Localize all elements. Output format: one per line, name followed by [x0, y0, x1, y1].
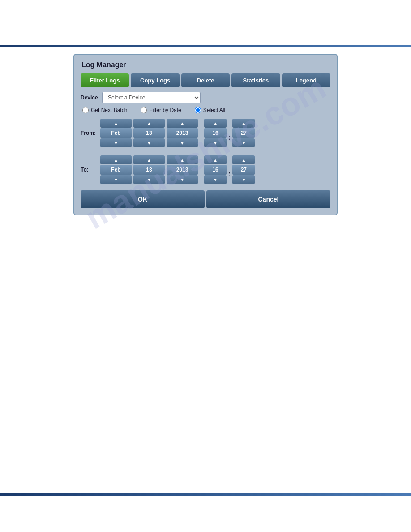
- from-colon: :: [228, 133, 231, 142]
- to-day-spinbox: ▲ 13 ▼: [133, 155, 165, 184]
- from-year-down-button[interactable]: ▼: [167, 138, 198, 147]
- to-hour-value: 16: [204, 165, 227, 175]
- to-hour-down-button[interactable]: ▼: [204, 175, 227, 184]
- legend-button[interactable]: Legend: [282, 73, 330, 87]
- delete-button[interactable]: Delete: [181, 73, 230, 87]
- radio-row: Get Next Batch Filter by Date Select All: [81, 107, 330, 113]
- to-colon: :: [228, 170, 231, 178]
- from-row: From: ▲ Feb ▼ ▲ 13 ▼: [81, 119, 330, 147]
- from-section: From: ▲ Feb ▼ ▲ 13 ▼: [81, 119, 330, 147]
- to-minute-value: 27: [232, 165, 255, 175]
- statistics-button[interactable]: Statistics: [231, 73, 280, 87]
- from-hour-up-button[interactable]: ▲: [204, 119, 227, 128]
- device-row: Device Select a Device: [81, 92, 330, 103]
- to-day-up-button[interactable]: ▲: [133, 155, 165, 164]
- to-minute-up-button[interactable]: ▲: [232, 155, 255, 164]
- from-day-value: 13: [133, 128, 165, 138]
- top-border: [0, 45, 411, 47]
- to-minute-spinbox: ▲ 27 ▼: [232, 155, 255, 184]
- to-label: To:: [81, 167, 98, 173]
- to-month-up-button[interactable]: ▲: [100, 155, 132, 164]
- from-month-down-button[interactable]: ▼: [100, 138, 132, 147]
- to-minute-down-button[interactable]: ▼: [232, 175, 255, 184]
- to-section: To: ▲ Feb ▼ ▲ 13 ▼: [81, 155, 330, 184]
- to-hour-up-button[interactable]: ▲: [204, 155, 227, 164]
- from-year-value: 2013: [167, 128, 198, 138]
- bottom-buttons: OK Cancel: [81, 190, 330, 208]
- to-year-value: 2013: [167, 165, 198, 175]
- to-month-value: Feb: [100, 165, 132, 175]
- from-minute-spinbox: ▲ 27 ▼: [232, 119, 255, 147]
- device-label: Device: [81, 94, 98, 101]
- to-hour-spinbox: ▲ 16 ▼: [204, 155, 227, 184]
- to-day-down-button[interactable]: ▼: [133, 175, 165, 184]
- filter-logs-button[interactable]: Filter Logs: [81, 73, 129, 87]
- copy-logs-button[interactable]: Copy Logs: [131, 73, 179, 87]
- filter-by-date-radio[interactable]: Filter by Date: [141, 107, 181, 113]
- from-year-spinbox: ▲ 2013 ▼: [167, 119, 198, 147]
- to-year-spinbox: ▲ 2013 ▼: [167, 155, 198, 184]
- from-minute-value: 27: [232, 128, 255, 138]
- device-select[interactable]: Select a Device: [102, 92, 201, 103]
- from-hour-spinbox: ▲ 16 ▼: [204, 119, 227, 147]
- from-month-spinbox: ▲ Feb ▼: [100, 119, 132, 147]
- from-hour-value: 16: [204, 128, 227, 138]
- get-next-batch-radio[interactable]: Get Next Batch: [82, 107, 127, 113]
- cancel-button[interactable]: Cancel: [206, 190, 330, 208]
- to-date-group: ▲ Feb ▼ ▲ 13 ▼ ▲ 2013 ▼: [100, 155, 255, 184]
- from-day-down-button[interactable]: ▼: [133, 138, 165, 147]
- from-year-up-button[interactable]: ▲: [167, 119, 198, 128]
- dialog-title: Log Manager: [81, 61, 330, 69]
- to-month-spinbox: ▲ Feb ▼: [100, 155, 132, 184]
- bottom-border: [0, 493, 411, 496]
- from-day-up-button[interactable]: ▲: [133, 119, 165, 128]
- to-year-down-button[interactable]: ▼: [167, 175, 198, 184]
- from-hour-down-button[interactable]: ▼: [204, 138, 227, 147]
- to-day-value: 13: [133, 165, 165, 175]
- from-date-group: ▲ Feb ▼ ▲ 13 ▼ ▲ 2013 ▼: [100, 119, 255, 147]
- ok-button[interactable]: OK: [81, 190, 205, 208]
- select-all-radio[interactable]: Select All: [195, 107, 225, 113]
- from-label: From:: [81, 130, 98, 136]
- to-month-down-button[interactable]: ▼: [100, 175, 132, 184]
- log-manager-dialog: Log Manager Filter Logs Copy Logs Delete…: [73, 54, 338, 215]
- from-minute-down-button[interactable]: ▼: [232, 138, 255, 147]
- to-year-up-button[interactable]: ▲: [167, 155, 198, 164]
- from-minute-up-button[interactable]: ▲: [232, 119, 255, 128]
- toolbar: Filter Logs Copy Logs Delete Statistics …: [81, 73, 330, 87]
- from-month-value: Feb: [100, 128, 132, 138]
- from-month-up-button[interactable]: ▲: [100, 119, 132, 128]
- to-row: To: ▲ Feb ▼ ▲ 13 ▼: [81, 155, 330, 184]
- from-day-spinbox: ▲ 13 ▼: [133, 119, 165, 147]
